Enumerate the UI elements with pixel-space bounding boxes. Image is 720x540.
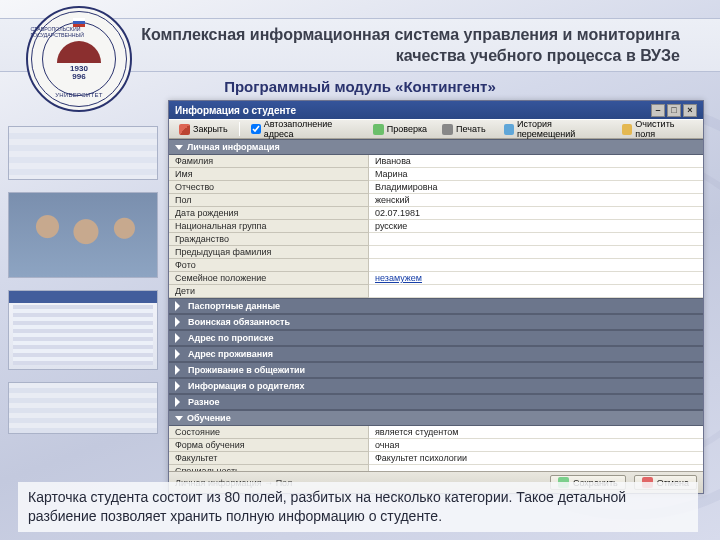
toolbar-check[interactable]: Проверка: [367, 122, 433, 137]
toolbar-print[interactable]: Печать: [436, 122, 491, 137]
history-icon: [504, 124, 514, 135]
field-label: Предыдущая фамилия: [169, 246, 369, 259]
window-title: Информация о студенте: [175, 105, 296, 116]
field-label: Отчество: [169, 181, 369, 194]
field-value[interactable]: очная: [369, 439, 703, 452]
thumbnail-2[interactable]: [8, 192, 158, 278]
field-value[interactable]: незамужем: [369, 272, 703, 285]
field-label: Фамилия: [169, 155, 369, 168]
section-misc[interactable]: Разное: [169, 394, 703, 410]
toolbar-clear[interactable]: Очистить поля: [616, 117, 699, 141]
field-value[interactable]: Марина: [369, 168, 703, 181]
emblem-top-text: СТАВРОПОЛЬСКИЙ ГОСУДАРСТВЕННЫЙ: [31, 26, 128, 37]
section-addr-live[interactable]: Адрес проживания: [169, 346, 703, 362]
autofill-checkbox[interactable]: [251, 124, 261, 134]
section-dorm[interactable]: Проживание в общежитии: [169, 362, 703, 378]
field-label: Состояние: [169, 426, 369, 439]
field-value[interactable]: является студентом: [369, 426, 703, 439]
close-icon: [179, 124, 190, 135]
field-value[interactable]: Владимировна: [369, 181, 703, 194]
chevron-right-icon: [175, 381, 184, 391]
field-value[interactable]: 02.07.1981: [369, 207, 703, 220]
chevron-down-icon: [175, 416, 183, 421]
slide-caption: Карточка студента состоит из 80 полей, р…: [18, 482, 698, 532]
window-body: Личная информация ФамилияИвановаИмяМарин…: [169, 139, 703, 471]
emblem-bottom-text: УНИВЕРСИТЕТ: [55, 92, 103, 98]
section-parents[interactable]: Информация о родителях: [169, 378, 703, 394]
field-label: Дата рождения: [169, 207, 369, 220]
student-card-window: Информация о студенте – □ × Закрыть Авто…: [168, 100, 704, 494]
field-value[interactable]: Иванова: [369, 155, 703, 168]
field-label: Факультет: [169, 452, 369, 465]
title-line2: качества учебного процесса в ВУЗе: [396, 47, 680, 64]
field-value[interactable]: женский: [369, 194, 703, 207]
field-value[interactable]: [369, 285, 703, 298]
clear-icon: [622, 124, 632, 135]
print-icon: [442, 124, 453, 135]
maximize-button[interactable]: □: [667, 104, 681, 117]
field-value[interactable]: Факультет психологии: [369, 452, 703, 465]
field-value[interactable]: [369, 259, 703, 272]
field-label: Фото: [169, 259, 369, 272]
field-value[interactable]: русские: [369, 220, 703, 233]
check-icon: [373, 124, 384, 135]
toolbar-autofill[interactable]: Автозаполнение адреса: [245, 117, 364, 141]
chevron-right-icon: [175, 301, 184, 311]
chevron-right-icon: [175, 333, 184, 343]
thumbnail-4[interactable]: [8, 382, 158, 434]
chevron-right-icon: [175, 365, 184, 375]
chevron-right-icon: [175, 317, 184, 327]
thumbnail-column: [8, 126, 158, 434]
toolbar: Закрыть Автозаполнение адреса Проверка П…: [169, 119, 703, 139]
chevron-down-icon: [175, 145, 183, 150]
section-addr-reg[interactable]: Адрес по прописке: [169, 330, 703, 346]
section-military[interactable]: Воинская обязанность: [169, 314, 703, 330]
page-title: Комплексная информационная система управ…: [140, 19, 720, 67]
field-label: Имя: [169, 168, 369, 181]
thumbnail-1[interactable]: [8, 126, 158, 180]
field-label: Форма обучения: [169, 439, 369, 452]
field-label: Гражданство: [169, 233, 369, 246]
field-label: Дети: [169, 285, 369, 298]
title-line1: Комплексная информационная система управ…: [141, 26, 680, 43]
field-label: Семейное положение: [169, 272, 369, 285]
thumbnail-3[interactable]: [8, 290, 158, 370]
section-passport[interactable]: Паспортные данные: [169, 298, 703, 314]
toolbar-close[interactable]: Закрыть: [173, 122, 234, 137]
section-personal[interactable]: Личная информация: [169, 139, 703, 155]
field-label: Национальная группа: [169, 220, 369, 233]
section-study[interactable]: Обучение: [169, 410, 703, 426]
minimize-button[interactable]: –: [651, 104, 665, 117]
toolbar-history[interactable]: История перемещений: [498, 117, 613, 141]
chevron-right-icon: [175, 397, 184, 407]
close-window-button[interactable]: ×: [683, 104, 697, 117]
university-emblem: СТАВРОПОЛЬСКИЙ ГОСУДАРСТВЕННЫЙ 1930996 У…: [26, 6, 132, 112]
field-value[interactable]: [369, 233, 703, 246]
chevron-right-icon: [175, 349, 184, 359]
field-value[interactable]: [369, 246, 703, 259]
field-label: Пол: [169, 194, 369, 207]
